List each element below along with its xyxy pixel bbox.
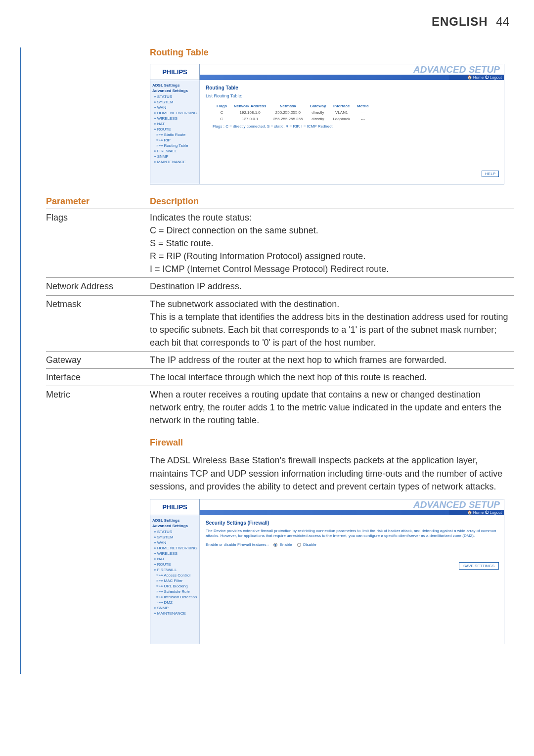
- desc-network-address: Destination IP address.: [150, 278, 514, 295]
- section-firewall-title: Firewall: [150, 438, 534, 448]
- sidebar-item-wan[interactable]: » WAN: [152, 105, 197, 110]
- sidebar-item-schedule-rule[interactable]: »»» Schedule Rule: [152, 589, 197, 594]
- sidebar-item-access-control[interactable]: »»» Access Control: [152, 573, 197, 578]
- desc-header: Description: [150, 194, 514, 209]
- parameter-description-table: Parameter Description Flags Indicates th…: [46, 194, 514, 429]
- sidebar-item-mac-filter[interactable]: »»» MAC Filter: [152, 578, 197, 583]
- desc-gateway: The IP address of the router at the next…: [150, 351, 514, 368]
- table-row: Gateway The IP address of the router at …: [46, 351, 514, 368]
- firewall-enable-label: Enable or disable Firewall features :: [206, 542, 268, 547]
- sidebar: ADSL Settings Advanced Settings » STATUS…: [150, 515, 200, 644]
- screenshot-routing-table: PHILIPS ADVANCED SETUP 🏠 Home ⏻ Logout A…: [150, 64, 504, 184]
- sidebar-item-status[interactable]: » STATUS: [152, 529, 197, 534]
- routing-main-title: Routing Table: [206, 85, 498, 90]
- param-metric: Metric: [46, 386, 150, 429]
- desc-netmask: The subnetwork associated with the desti…: [150, 295, 514, 351]
- col-interface: Interface: [330, 103, 353, 109]
- col-network-address: Network Address: [231, 103, 269, 109]
- sidebar-item-nat[interactable]: » NAT: [152, 121, 197, 127]
- desc-flags: Indicates the route status: C = Direct c…: [150, 209, 514, 278]
- routing-flags-legend: Flags : C = directly connected, S = stat…: [213, 124, 498, 129]
- sidebar-item-snmp[interactable]: » SNMP: [152, 154, 197, 159]
- sidebar-group-advanced[interactable]: Advanced Settings: [152, 524, 197, 528]
- radio-enable-label: Enable: [280, 542, 292, 547]
- sidebar-item-nat[interactable]: » NAT: [152, 556, 197, 562]
- firewall-main-desc: The Device provides extensive firewall p…: [206, 529, 498, 538]
- sidebar-group-adsl[interactable]: ADSL Settings: [152, 83, 197, 88]
- radio-enable[interactable]: [273, 543, 277, 547]
- param-network-address: Network Address: [46, 278, 150, 295]
- desc-interface: The local interface through which the ne…: [150, 369, 514, 386]
- header-page-number: 44: [496, 15, 509, 28]
- firewall-intro-text: The ADSL Wireless Base Station's firewal…: [150, 454, 504, 492]
- desc-metric: When a router receives a routing update …: [150, 386, 514, 429]
- sidebar-item-static-route[interactable]: »»» Static Route: [152, 132, 197, 137]
- banner-links[interactable]: 🏠 Home ⏻ Logout: [449, 75, 504, 80]
- table-row: C 192.168.1.0 255.255.255.0 directly VLA…: [214, 110, 372, 115]
- col-metric: Metric: [354, 103, 372, 109]
- sidebar-group-advanced[interactable]: Advanced Settings: [152, 89, 197, 93]
- sidebar-item-system[interactable]: » SYSTEM: [152, 99, 197, 105]
- philips-logo: PHILIPS: [150, 64, 200, 80]
- table-row: Network Address Destination IP address.: [46, 278, 514, 295]
- param-gateway: Gateway: [46, 351, 150, 368]
- sidebar-item-firewall[interactable]: » FIREWALL: [152, 567, 197, 573]
- routing-main-subtitle: List Routing Table:: [206, 93, 498, 98]
- header-language: ENGLISH: [432, 15, 488, 28]
- save-settings-button[interactable]: SAVE SETTINGS: [459, 562, 499, 570]
- sidebar-item-dmz[interactable]: »»» DMZ: [152, 600, 197, 605]
- philips-logo: PHILIPS: [150, 499, 200, 515]
- banner-links[interactable]: 🏠 Home ⏻ Logout: [449, 510, 504, 515]
- sidebar-item-wan[interactable]: » WAN: [152, 540, 197, 545]
- table-row: Interface The local interface through wh…: [46, 369, 514, 386]
- radio-disable-label: Disable: [303, 542, 316, 547]
- param-header: Parameter: [46, 194, 150, 209]
- sidebar-item-home-networking[interactable]: » HOME NETWORKING: [152, 110, 197, 116]
- section-routing-table-title: Routing Table: [150, 47, 534, 58]
- sidebar-item-home-networking[interactable]: » HOME NETWORKING: [152, 545, 197, 551]
- help-button[interactable]: HELP: [482, 171, 499, 177]
- firewall-main-title: Security Settings (Firewall): [206, 520, 498, 526]
- sidebar-item-routing-table[interactable]: »»» Routing Table: [152, 143, 197, 148]
- routing-data-table: Flags Network Address Netmask Gateway In…: [213, 102, 373, 123]
- sidebar-item-intrusion-detection[interactable]: »»» Intrusion Detection: [152, 594, 197, 600]
- sidebar-item-wireless[interactable]: » WIRELESS: [152, 116, 197, 121]
- radio-disable[interactable]: [297, 543, 301, 547]
- col-gateway: Gateway: [307, 103, 329, 109]
- sidebar-item-maintenance[interactable]: » MAINTENANCE: [152, 159, 197, 165]
- param-flags: Flags: [46, 209, 150, 278]
- sidebar-item-rip[interactable]: »»» RIP: [152, 137, 197, 143]
- sidebar-item-route[interactable]: » ROUTE: [152, 127, 197, 132]
- sidebar-item-maintenance[interactable]: » MAINTENANCE: [152, 611, 197, 616]
- col-flags: Flags: [214, 103, 230, 109]
- sidebar-group-adsl[interactable]: ADSL Settings: [152, 518, 197, 523]
- sidebar: ADSL Settings Advanced Settings » STATUS…: [150, 80, 200, 184]
- table-row: C 127.0.0.1 255.255.255.255 directly Loo…: [214, 116, 372, 122]
- page-header: ENGLISH 44: [0, 0, 534, 39]
- sidebar-item-firewall[interactable]: » FIREWALL: [152, 148, 197, 154]
- screenshot-firewall: PHILIPS ADVANCED SETUP 🏠 Home ⏻ Logout A…: [150, 499, 504, 644]
- col-netmask: Netmask: [270, 103, 306, 109]
- routing-main: Routing Table List Routing Table: Flags …: [200, 80, 504, 184]
- sidebar-item-route[interactable]: » ROUTE: [152, 562, 197, 567]
- table-row: Flags Indicates the route status: C = Di…: [46, 209, 514, 278]
- table-row: Metric When a router receives a routing …: [46, 386, 514, 429]
- firewall-main: Security Settings (Firewall) The Device …: [200, 515, 504, 644]
- content: Routing Table PHILIPS ADVANCED SETUP 🏠 H…: [20, 47, 534, 674]
- table-row: Netmask The subnetwork associated with t…: [46, 295, 514, 351]
- banner-title: ADVANCED SETUP: [413, 499, 500, 510]
- sidebar-item-snmp[interactable]: » SNMP: [152, 605, 197, 611]
- param-interface: Interface: [46, 369, 150, 386]
- sidebar-item-wireless[interactable]: » WIRELESS: [152, 551, 197, 556]
- sidebar-item-system[interactable]: » SYSTEM: [152, 534, 197, 540]
- param-netmask: Netmask: [46, 295, 150, 351]
- banner-title: ADVANCED SETUP: [413, 64, 500, 75]
- sidebar-item-url-blocking[interactable]: »»» URL Blocking: [152, 583, 197, 589]
- sidebar-item-status[interactable]: » STATUS: [152, 94, 197, 99]
- firewall-enable-row: Enable or disable Firewall features : En…: [206, 542, 498, 547]
